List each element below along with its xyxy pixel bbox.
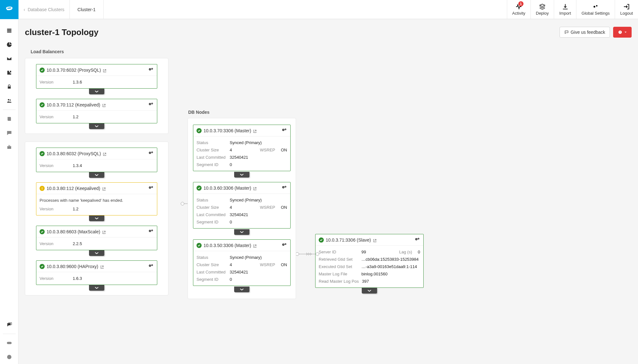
status-ok-icon xyxy=(319,237,324,243)
svg-point-10 xyxy=(10,132,10,133)
external-link-icon[interactable] xyxy=(100,265,104,268)
status-value: Synced (Primary) xyxy=(230,140,262,145)
svg-rect-4 xyxy=(7,32,11,33)
logout-button[interactable]: Logout xyxy=(615,0,638,19)
node-gear-icon[interactable] xyxy=(148,263,154,269)
db-node-card[interactable]: 10.0.3.60:3306 (Master) StatusSynced (Pr… xyxy=(193,182,291,229)
lb-node-card[interactable]: 10.0.3.70:6032 (ProxySQL) Version1.3.6 xyxy=(36,64,157,89)
expand-toggle[interactable] xyxy=(234,287,249,292)
db-node-card[interactable]: 10.0.3.70:3306 (Master) StatusSynced (Pr… xyxy=(193,125,291,171)
alert-dropdown-button[interactable] xyxy=(613,27,632,38)
node-gear-icon[interactable] xyxy=(148,67,154,73)
version-label: Version xyxy=(40,207,70,211)
lb-group-panel: 10.0.3.80:6032 (ProxySQL) Version1.3.4 1… xyxy=(25,142,168,295)
logout-icon xyxy=(623,3,630,10)
logo[interactable] xyxy=(0,0,19,19)
import-button[interactable]: Import xyxy=(554,0,576,19)
sidebar-users-icon[interactable] xyxy=(0,94,19,108)
lb-group-panel: 10.0.3.70:6032 (ProxySQL) Version1.3.6 1… xyxy=(25,58,168,134)
svg-point-7 xyxy=(10,99,11,101)
segment-id-value: 0 xyxy=(230,162,232,167)
wsrep-value: ON xyxy=(281,262,287,267)
svg-point-72 xyxy=(418,238,419,239)
global-settings-button[interactable]: Global Settings xyxy=(576,0,615,19)
lb-node-title: 10.0.3.80:9600 (HAProxy) xyxy=(47,264,98,269)
status-ok-icon xyxy=(40,102,45,107)
slave-node-card[interactable]: 10.0.3.71:3306 (Slave) Server ID99Lag (s… xyxy=(315,234,424,288)
svg-point-42 xyxy=(152,152,152,153)
lag-label: Lag (s) xyxy=(399,250,412,254)
expand-toggle[interactable] xyxy=(89,285,104,291)
sidebar-divider xyxy=(3,110,16,110)
external-link-icon[interactable] xyxy=(102,230,106,234)
external-link-icon[interactable] xyxy=(103,152,107,156)
retrieved-gtid-value: …cb06da:15253833-15253984 xyxy=(361,257,419,262)
lb-node-card[interactable]: 10.0.3.80:112 (Keepalived) Processes wit… xyxy=(36,182,157,215)
expand-toggle[interactable] xyxy=(89,172,104,178)
sidebar-chart-icon[interactable] xyxy=(0,38,19,52)
sidebar-lock-icon[interactable] xyxy=(0,80,19,94)
version-value: 2.2.5 xyxy=(73,241,82,246)
version-value: 1.6.3 xyxy=(73,276,82,281)
segment-id-label: Segment ID xyxy=(197,220,226,224)
lb-node-card[interactable]: 10.0.3.70:112 (Keepalived) Version1.2 xyxy=(36,99,157,123)
global-settings-label: Global Settings xyxy=(582,11,610,16)
db-node-title: 10.0.3.50:3306 (Master) xyxy=(204,243,251,248)
svg-rect-17 xyxy=(620,31,620,33)
external-link-icon[interactable] xyxy=(253,244,257,247)
sidebar-mail-icon[interactable] xyxy=(0,52,19,66)
retrieved-gtid-label: Retrieved Gtid Set xyxy=(319,257,358,262)
slave-node-title: 10.0.3.71:3306 (Slave) xyxy=(326,237,371,243)
deploy-button[interactable]: Deploy xyxy=(530,0,554,19)
external-link-icon[interactable] xyxy=(253,186,257,190)
node-gear-icon[interactable] xyxy=(148,102,154,108)
server-id-label: Server ID xyxy=(319,250,358,254)
expand-toggle[interactable] xyxy=(89,89,104,94)
svg-point-64 xyxy=(285,186,286,187)
node-gear-icon[interactable] xyxy=(415,237,420,243)
lb-node-card[interactable]: 10.0.3.80:6032 (ProxySQL) Version1.3.4 xyxy=(36,148,157,172)
breadcrumb-parent[interactable]: Database Clusters xyxy=(28,7,64,12)
svg-rect-3 xyxy=(7,30,11,31)
external-link-icon[interactable] xyxy=(102,103,106,107)
node-gear-icon[interactable] xyxy=(282,242,287,248)
svg-point-66 xyxy=(283,244,284,245)
caret-down-icon xyxy=(624,31,627,33)
status-label: Status xyxy=(197,198,226,202)
db-node-card[interactable]: 10.0.3.50:3306 (Master) StatusSynced (Pr… xyxy=(193,239,291,286)
status-value: Synced (Primary) xyxy=(230,198,262,202)
chevron-left-icon[interactable]: ‹ xyxy=(24,7,25,12)
expand-toggle[interactable] xyxy=(234,229,249,235)
lb-node-card[interactable]: 10.0.3.80:9600 (HAProxy) Version1.6.3 xyxy=(36,260,157,285)
node-gear-icon[interactable] xyxy=(282,127,287,134)
sidebar-nodes-icon[interactable] xyxy=(0,24,19,38)
status-ok-icon xyxy=(197,186,202,191)
sidebar-puzzle-icon[interactable] xyxy=(0,66,19,80)
activity-button[interactable]: 1 Activity xyxy=(507,0,530,19)
cluster-size-label: Cluster Size xyxy=(197,148,226,152)
expand-toggle[interactable] xyxy=(234,172,249,178)
last-committed-value: 32540421 xyxy=(230,270,248,274)
external-link-icon[interactable] xyxy=(253,129,257,133)
sidebar-chat-icon[interactable] xyxy=(0,126,19,140)
expand-toggle[interactable] xyxy=(89,123,104,129)
node-gear-icon[interactable] xyxy=(148,185,154,191)
sidebar-book-icon[interactable] xyxy=(0,112,19,126)
node-gear-icon[interactable] xyxy=(148,150,154,157)
node-gear-icon[interactable] xyxy=(148,229,154,235)
status-value: Synced (Primary) xyxy=(230,255,262,260)
expand-toggle[interactable] xyxy=(89,250,104,256)
svg-point-58 xyxy=(283,129,284,130)
expand-toggle[interactable] xyxy=(362,288,377,294)
node-gear-icon[interactable] xyxy=(282,185,287,191)
slave-column: 10.0.3.71:3306 (Slave) Server ID99Lag (s… xyxy=(315,45,424,299)
alert-icon xyxy=(618,30,622,34)
expand-toggle[interactable] xyxy=(89,215,104,221)
external-link-icon[interactable] xyxy=(102,186,106,190)
external-link-icon[interactable] xyxy=(103,68,107,72)
lb-node-card[interactable]: 10.0.3.80:6603 (MaxScale) Version2.2.5 xyxy=(36,226,157,250)
external-link-icon[interactable] xyxy=(373,238,377,242)
sidebar-gift-icon[interactable] xyxy=(0,140,19,154)
feedback-button[interactable]: Give us feedback xyxy=(560,27,610,38)
db-nodes-column: DB Nodes 10.0.3.70:3306 (Master) StatusS… xyxy=(188,45,296,299)
